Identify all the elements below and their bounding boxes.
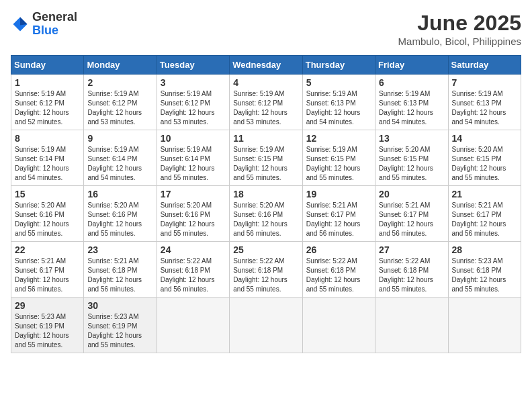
day-number: 1 — [15, 77, 80, 88]
calendar-cell: 18Sunrise: 5:20 AMSunset: 6:16 PMDayligh… — [230, 186, 302, 242]
day-number: 5 — [306, 77, 371, 88]
day-info: Sunrise: 5:19 AMSunset: 6:13 PMDaylight:… — [379, 89, 444, 127]
day-number: 9 — [87, 133, 152, 144]
calendar-cell: 30Sunrise: 5:23 AMSunset: 6:19 PMDayligh… — [84, 298, 157, 353]
calendar-subtitle: Mambulo, Bicol, Philippines — [398, 36, 521, 47]
day-info: Sunrise: 5:21 AMSunset: 6:18 PMDaylight:… — [87, 257, 152, 294]
calendar-cell: 25Sunrise: 5:22 AMSunset: 6:18 PMDayligh… — [230, 242, 302, 298]
calendar-cell — [302, 298, 375, 353]
day-number: 25 — [233, 244, 298, 255]
day-info: Sunrise: 5:21 AMSunset: 6:17 PMDaylight:… — [15, 257, 80, 294]
day-number: 21 — [452, 189, 517, 199]
day-number: 8 — [15, 133, 80, 144]
day-info: Sunrise: 5:19 AMSunset: 6:12 PMDaylight:… — [87, 89, 152, 127]
day-info: Sunrise: 5:20 AMSunset: 6:16 PMDaylight:… — [15, 201, 80, 238]
calendar-cell: 3Sunrise: 5:19 AMSunset: 6:12 PMDaylight… — [157, 75, 229, 130]
day-info: Sunrise: 5:22 AMSunset: 6:18 PMDaylight:… — [233, 257, 298, 294]
calendar-week-row: 29Sunrise: 5:23 AMSunset: 6:19 PMDayligh… — [11, 298, 521, 353]
day-info: Sunrise: 5:22 AMSunset: 6:18 PMDaylight:… — [306, 257, 371, 294]
calendar-cell: 2Sunrise: 5:19 AMSunset: 6:12 PMDaylight… — [84, 75, 157, 130]
day-info: Sunrise: 5:23 AMSunset: 6:19 PMDaylight:… — [15, 312, 80, 350]
day-number: 6 — [379, 77, 444, 88]
calendar-title: June 2025 — [398, 11, 521, 36]
calendar-table: Sunday Monday Tuesday Wednesday Thursday… — [11, 55, 521, 353]
calendar-week-row: 22Sunrise: 5:21 AMSunset: 6:17 PMDayligh… — [11, 242, 521, 298]
day-number: 30 — [87, 300, 152, 311]
day-info: Sunrise: 5:19 AMSunset: 6:12 PMDaylight:… — [15, 89, 80, 127]
calendar-cell: 17Sunrise: 5:20 AMSunset: 6:16 PMDayligh… — [157, 186, 229, 242]
day-info: Sunrise: 5:19 AMSunset: 6:13 PMDaylight:… — [306, 89, 371, 127]
calendar-cell: 5Sunrise: 5:19 AMSunset: 6:13 PMDaylight… — [302, 75, 375, 130]
logo-text: General Blue — [32, 11, 77, 38]
calendar-cell: 12Sunrise: 5:19 AMSunset: 6:15 PMDayligh… — [302, 130, 375, 186]
logo: General Blue — [11, 11, 77, 38]
calendar-cell: 8Sunrise: 5:19 AMSunset: 6:14 PMDaylight… — [11, 130, 84, 186]
day-info: Sunrise: 5:23 AMSunset: 6:18 PMDaylight:… — [452, 257, 517, 294]
day-number: 28 — [452, 244, 517, 255]
day-info: Sunrise: 5:19 AMSunset: 6:14 PMDaylight:… — [161, 145, 226, 183]
day-info: Sunrise: 5:20 AMSunset: 6:15 PMDaylight:… — [452, 145, 517, 183]
calendar-cell: 13Sunrise: 5:20 AMSunset: 6:15 PMDayligh… — [375, 130, 448, 186]
day-info: Sunrise: 5:21 AMSunset: 6:17 PMDaylight:… — [306, 201, 371, 238]
calendar-cell: 9Sunrise: 5:19 AMSunset: 6:14 PMDaylight… — [84, 130, 157, 186]
calendar-cell: 19Sunrise: 5:21 AMSunset: 6:17 PMDayligh… — [302, 186, 375, 242]
day-info: Sunrise: 5:20 AMSunset: 6:15 PMDaylight:… — [379, 145, 444, 183]
day-number: 17 — [161, 189, 226, 199]
calendar-cell: 28Sunrise: 5:23 AMSunset: 6:18 PMDayligh… — [448, 242, 521, 298]
calendar-cell: 6Sunrise: 5:19 AMSunset: 6:13 PMDaylight… — [375, 75, 448, 130]
header-monday: Monday — [84, 56, 157, 75]
day-info: Sunrise: 5:19 AMSunset: 6:13 PMDaylight:… — [452, 89, 517, 127]
logo-icon — [11, 15, 30, 34]
day-number: 19 — [306, 189, 371, 199]
calendar-week-row: 15Sunrise: 5:20 AMSunset: 6:16 PMDayligh… — [11, 186, 521, 242]
calendar-cell — [230, 298, 302, 353]
day-info: Sunrise: 5:19 AMSunset: 6:15 PMDaylight:… — [233, 145, 298, 183]
day-number: 10 — [161, 133, 226, 144]
day-number: 16 — [87, 189, 152, 199]
day-info: Sunrise: 5:20 AMSunset: 6:16 PMDaylight:… — [161, 201, 226, 238]
header-thursday: Thursday — [302, 56, 375, 75]
calendar-cell: 21Sunrise: 5:21 AMSunset: 6:17 PMDayligh… — [448, 186, 521, 242]
calendar-week-row: 8Sunrise: 5:19 AMSunset: 6:14 PMDaylight… — [11, 130, 521, 186]
calendar-cell: 1Sunrise: 5:19 AMSunset: 6:12 PMDaylight… — [11, 75, 84, 130]
day-number: 27 — [379, 244, 444, 255]
calendar-header-row: Sunday Monday Tuesday Wednesday Thursday… — [11, 56, 521, 75]
day-info: Sunrise: 5:22 AMSunset: 6:18 PMDaylight:… — [161, 257, 226, 294]
day-info: Sunrise: 5:20 AMSunset: 6:16 PMDaylight:… — [233, 201, 298, 238]
calendar-cell: 24Sunrise: 5:22 AMSunset: 6:18 PMDayligh… — [157, 242, 229, 298]
day-number: 18 — [233, 189, 298, 199]
day-number: 7 — [452, 77, 517, 88]
day-number: 20 — [379, 189, 444, 199]
day-number: 13 — [379, 133, 444, 144]
day-number: 11 — [233, 133, 298, 144]
logo-general-text: General — [32, 11, 77, 24]
header-friday: Friday — [375, 56, 448, 75]
title-section: June 2025 Mambulo, Bicol, Philippines — [398, 11, 521, 47]
day-info: Sunrise: 5:20 AMSunset: 6:16 PMDaylight:… — [87, 201, 152, 238]
day-number: 23 — [87, 244, 152, 255]
logo-blue-text: Blue — [32, 24, 77, 38]
day-number: 3 — [161, 77, 226, 88]
calendar-body: 1Sunrise: 5:19 AMSunset: 6:12 PMDaylight… — [11, 75, 521, 353]
svg-marker-1 — [20, 17, 28, 25]
calendar-cell: 20Sunrise: 5:21 AMSunset: 6:17 PMDayligh… — [375, 186, 448, 242]
day-number: 15 — [15, 189, 80, 199]
calendar-cell: 29Sunrise: 5:23 AMSunset: 6:19 PMDayligh… — [11, 298, 84, 353]
header-sunday: Sunday — [11, 56, 84, 75]
calendar-cell: 11Sunrise: 5:19 AMSunset: 6:15 PMDayligh… — [230, 130, 302, 186]
day-info: Sunrise: 5:22 AMSunset: 6:18 PMDaylight:… — [379, 257, 444, 294]
day-number: 14 — [452, 133, 517, 144]
calendar-week-row: 1Sunrise: 5:19 AMSunset: 6:12 PMDaylight… — [11, 75, 521, 130]
calendar-cell: 23Sunrise: 5:21 AMSunset: 6:18 PMDayligh… — [84, 242, 157, 298]
calendar-cell: 27Sunrise: 5:22 AMSunset: 6:18 PMDayligh… — [375, 242, 448, 298]
day-info: Sunrise: 5:21 AMSunset: 6:17 PMDaylight:… — [379, 201, 444, 238]
calendar-cell — [157, 298, 229, 353]
day-info: Sunrise: 5:19 AMSunset: 6:12 PMDaylight:… — [233, 89, 298, 127]
day-info: Sunrise: 5:19 AMSunset: 6:15 PMDaylight:… — [306, 145, 371, 183]
calendar-cell: 22Sunrise: 5:21 AMSunset: 6:17 PMDayligh… — [11, 242, 84, 298]
calendar-cell: 16Sunrise: 5:20 AMSunset: 6:16 PMDayligh… — [84, 186, 157, 242]
header-wednesday: Wednesday — [230, 56, 302, 75]
page-header: General Blue June 2025 Mambulo, Bicol, P… — [11, 11, 521, 47]
day-info: Sunrise: 5:21 AMSunset: 6:17 PMDaylight:… — [452, 201, 517, 238]
day-info: Sunrise: 5:23 AMSunset: 6:19 PMDaylight:… — [87, 312, 152, 350]
